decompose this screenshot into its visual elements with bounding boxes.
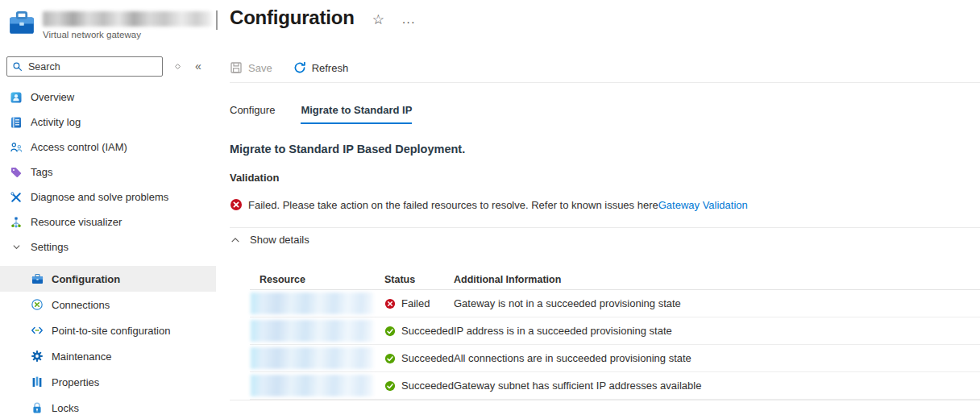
success-circle-icon [384,380,396,392]
save-label: Save [248,62,272,74]
chevron-up-icon [230,235,240,245]
sidebar-item-properties[interactable]: Properties [0,369,216,395]
sidebar-item-label: Connections [52,299,110,311]
sidebar-item-point-to-site-configuration[interactable]: Point-to-site configuration [0,317,216,343]
redacted-resource-name [251,320,373,342]
properties-icon [31,375,44,388]
status-cell: Succeeded [384,380,454,392]
validation-message-text: Failed. Please take action on the failed… [248,199,658,211]
status-cell: Succeeded [384,325,454,337]
collapse-sidebar-icon[interactable]: « [192,60,205,73]
resource-cell [250,347,384,369]
error-circle-icon [384,298,396,309]
sidebar-item-label: Point-to-site configuration [52,325,170,337]
search-input[interactable] [27,60,157,73]
table-row: FailedGateway is not in a succeeded prov… [250,290,980,317]
sidebar-item-tags[interactable]: Tags [0,160,216,185]
column-header-resource: Resource [250,274,384,285]
resource-type-label: Virtual network gateway [43,30,141,39]
azure-portal-page: Virtual network gateway Configuration ☆ … [0,0,980,419]
additional-information-cell: Gateway subnet has sufficient IP address… [454,380,980,392]
virtual-network-gateway-icon [8,10,35,35]
status-label: Succeeded [401,325,454,337]
refresh-label: Refresh [312,62,349,74]
sidebar-item-locks[interactable]: Locks [0,395,216,419]
sidebar-item-resource-visualizer[interactable]: Resource visualizer [0,210,216,234]
sidebar-item-connections[interactable]: Connections [0,292,216,317]
sidebar-item-settings[interactable]: Settings [0,234,216,259]
resource-visualizer-icon [10,216,23,229]
sidebar-item-activity-log[interactable]: Activity log [0,110,216,135]
sidebar-item-label: Activity log [31,116,81,128]
status-label: Succeeded [401,352,454,364]
sidebar-item-label: Properties [52,376,99,388]
column-header-additional-information: Additional Information [454,274,980,285]
redacted-resource-name [43,11,212,27]
resource-cell [250,292,384,314]
maintenance-icon [31,350,44,363]
sidebar-search[interactable] [6,56,163,77]
sidebar-item-label: Overview [31,91,74,103]
column-header-status: Status [384,274,454,285]
sidebar-item-access-control-iam[interactable]: Access control (IAM) [0,135,216,160]
additional-information-cell: All connections are in succeeded provisi… [454,352,980,364]
error-circle-icon [230,198,243,211]
bottom-divider [230,400,980,400]
connections-icon [31,298,44,311]
favorite-star-icon[interactable]: ☆ [372,13,384,27]
sidebar-item-configuration[interactable]: Configuration [0,266,216,292]
tags-icon [10,166,23,179]
overview-icon [10,91,23,104]
success-circle-icon [384,326,396,337]
page-title: Configuration [230,6,355,29]
sidebar-item-label: Access control (IAM) [31,141,127,153]
table-row: SucceededGateway subnet has sufficient I… [250,372,980,400]
resource-cell [250,375,384,396]
sidebar-item-maintenance[interactable]: Maintenance [0,343,216,369]
show-details-expander[interactable]: Show details [230,234,309,246]
locks-icon [31,401,44,414]
status-cell: Succeeded [384,352,454,364]
gateway-validation-link[interactable]: Gateway Validation [658,199,748,211]
additional-information-cell: Gateway is not in a succeeded provisioni… [454,297,980,309]
pin-layout-icon[interactable] [171,60,184,73]
validation-message: Failed. Please take action on the failed… [230,198,748,211]
configuration-icon [31,272,44,285]
pivot-tabs: Configure Migrate to Standard IP [230,104,412,124]
table-row: SucceededIP address is in a succeeded pr… [250,317,980,345]
show-details-label: Show details [250,234,309,246]
migrate-heading: Migrate to Standard IP Based Deployment. [230,143,465,156]
sidebar-item-label: Resource visualizer [31,216,122,228]
sidebar-item-label: Tags [31,166,52,178]
tab-configure[interactable]: Configure [230,104,275,124]
save-button[interactable]: Save [230,61,272,74]
redacted-resource-name [251,375,373,396]
table-header-row: Resource Status Additional Information [250,269,980,290]
success-circle-icon [384,353,396,364]
refresh-icon [293,61,306,74]
point-to-site-icon [31,324,44,337]
status-cell: Failed [384,297,454,309]
table-row: SucceededAll connections are in succeede… [250,345,980,372]
more-options-icon[interactable]: ... [402,13,416,25]
search-icon [12,61,23,72]
access-control-icon [10,141,23,154]
refresh-button[interactable]: Refresh [293,61,349,74]
diagnose-icon [10,191,23,204]
validation-table: Resource Status Additional Information F… [250,269,980,400]
sidebar-item-label: Locks [52,402,79,414]
save-icon [230,61,243,74]
redacted-resource-name [251,292,373,314]
section-divider [230,227,980,228]
sidebar-item-overview[interactable]: Overview [0,85,216,110]
sidebar-item-diagnose-and-solve-problems[interactable]: Diagnose and solve problems [0,185,216,210]
tab-migrate-to-standard-ip[interactable]: Migrate to Standard IP [301,104,412,124]
additional-information-cell: IP address is in a succeeded provisionin… [454,325,980,337]
toolbar-divider [230,82,980,83]
sidebar-item-label: Configuration [52,273,120,285]
command-bar: Save Refresh [230,58,348,77]
chevron-down-icon [10,241,23,254]
sidebar-item-label: Diagnose and solve problems [31,191,168,203]
activity-log-icon [10,116,23,129]
resource-cell [250,320,384,342]
